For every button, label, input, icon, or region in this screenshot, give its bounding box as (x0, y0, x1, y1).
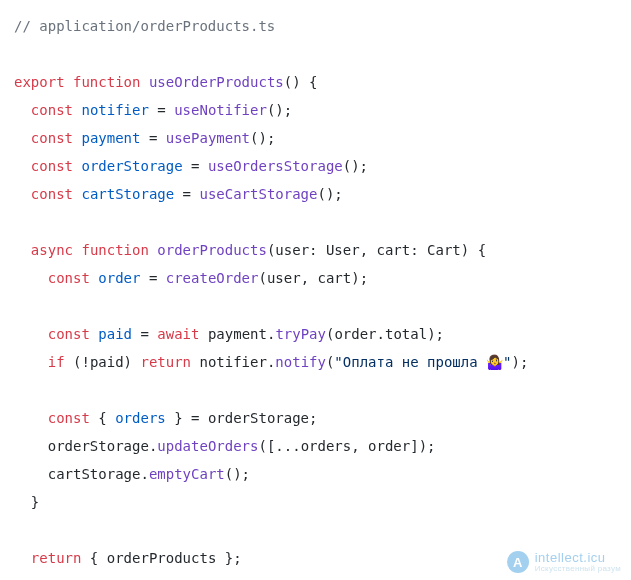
ref-order: order (334, 326, 376, 342)
id-payment: payment (81, 130, 140, 146)
kw-return: return (140, 354, 191, 370)
ref-notifier: notifier (199, 354, 266, 370)
ref-orders: orders (301, 438, 352, 454)
kw-const: const (31, 186, 73, 202)
kw-async: async (31, 242, 73, 258)
str-notify-msg: "Оплата не прошла 🤷‍♀️" (334, 354, 511, 370)
type-Cart: Cart (427, 242, 461, 258)
ref-cartStorage: cartStorage (48, 466, 141, 482)
kw-const: const (31, 158, 73, 174)
fn-updateOrders: updateOrders (157, 438, 258, 454)
fn-tryPay: tryPay (275, 326, 326, 342)
ref-payment: payment (208, 326, 267, 342)
param-cart: cart (377, 242, 411, 258)
id-order: order (98, 270, 140, 286)
arg-user: user (267, 270, 301, 286)
kw-function: function (81, 242, 148, 258)
id-orderStorage: orderStorage (81, 158, 182, 174)
ref-total: total (385, 326, 427, 342)
file-path-comment: // application/orderProducts.ts (14, 18, 275, 34)
kw-const: const (48, 326, 90, 342)
ref-order2: order (368, 438, 410, 454)
fn-createOrder: createOrder (166, 270, 259, 286)
fn-useOrdersStorage: useOrdersStorage (208, 158, 343, 174)
kw-return: return (31, 550, 82, 566)
kw-function: function (73, 74, 140, 90)
ref-orderStorage2: orderStorage (48, 438, 149, 454)
id-orders: orders (115, 410, 166, 426)
fn-useCartStorage: useCartStorage (199, 186, 317, 202)
fn-orderProducts: orderProducts (157, 242, 267, 258)
code-block: // application/orderProducts.ts export f… (0, 0, 631, 580)
fn-useOrderProducts: useOrderProducts (149, 74, 284, 90)
fn-emptyCart: emptyCart (149, 466, 225, 482)
arg-cart: cart (318, 270, 352, 286)
ref-paid: paid (90, 354, 124, 370)
kw-const: const (31, 130, 73, 146)
type-User: User (326, 242, 360, 258)
fn-notify: notify (275, 354, 326, 370)
ref-orderStorage: orderStorage (208, 410, 309, 426)
kw-if: if (48, 354, 65, 370)
kw-const: const (31, 102, 73, 118)
ret-orderProducts: orderProducts (107, 550, 217, 566)
kw-const: const (48, 410, 90, 426)
id-paid: paid (98, 326, 132, 342)
id-notifier: notifier (81, 102, 148, 118)
kw-await: await (157, 326, 199, 342)
fn-usePayment: usePayment (166, 130, 250, 146)
kw-export: export (14, 74, 65, 90)
param-user: user (275, 242, 309, 258)
kw-const: const (48, 270, 90, 286)
id-cartStorage: cartStorage (81, 186, 174, 202)
fn-useNotifier: useNotifier (174, 102, 267, 118)
